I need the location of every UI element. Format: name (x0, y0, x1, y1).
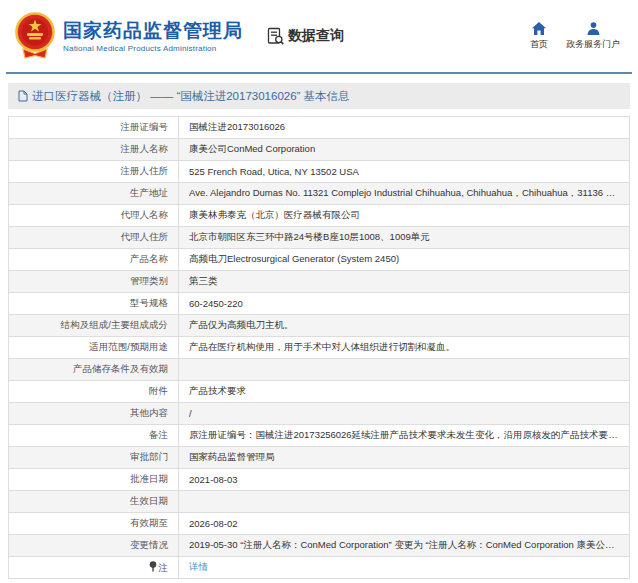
site-header: 国家药品监督管理局 National Medical Products Admi… (0, 0, 638, 72)
info-table: 注册证编号国械注进20173016026注册人名称康美公司ConMed Corp… (8, 116, 630, 579)
field-value: Ave. Alejandro Dumas No. 11321 Complejo … (179, 183, 630, 205)
field-label: 审批部门 (9, 447, 179, 469)
field-value: 第三类 (179, 271, 630, 293)
field-value: 产品在医疗机构使用，用于手术中对人体组织进行切割和凝血。 (179, 337, 630, 359)
field-value (179, 359, 630, 381)
field-value: 北京市朝阳区东三环中路24号楼B座10层1008、1009单元 (179, 227, 630, 249)
breadcrumb: 进口医疗器械（注册） —— “国械注进20173016026” 基本信息 (8, 83, 630, 109)
field-label: 备注 (9, 425, 179, 447)
nav-home[interactable]: 首页 (530, 21, 548, 51)
user-icon (587, 21, 600, 35)
field-label: 注册人名称 (9, 139, 179, 161)
table-row: 注册人名称康美公司ConMed Corporation (9, 139, 630, 161)
table-row: 产品储存条件及有效期 (9, 359, 630, 381)
table-row: 变更情况2019-05-30 “注册人名称：ConMed Corporation… (9, 535, 630, 557)
document-icon (18, 90, 28, 102)
field-label: 附件 (9, 381, 179, 403)
table-row: 生效日期 (9, 491, 630, 513)
table-row: 管理类别第三类 (9, 271, 630, 293)
org-name-en: National Medical Products Administration (63, 44, 243, 53)
national-emblem-icon (14, 11, 56, 61)
field-label: 产品名称 (9, 249, 179, 271)
field-value: 康美公司ConMed Corporation (179, 139, 630, 161)
field-value: 2021-08-03 (179, 469, 630, 491)
field-value: 原注册证编号：国械注进20173256026延续注册产品技术要求未发生变化，沿用… (179, 425, 630, 447)
field-value: 2019-05-30 “注册人名称：ConMed Corporation” 变更… (179, 535, 630, 557)
nav-portal[interactable]: 政务服务门户 (566, 21, 620, 51)
field-label: 生效日期 (9, 491, 179, 513)
field-label: 其他内容 (9, 403, 179, 425)
field-label: 注册人住所 (9, 161, 179, 183)
data-query-icon (267, 27, 284, 45)
field-label: 管理类别 (9, 271, 179, 293)
field-label: 产品储存条件及有效期 (9, 359, 179, 381)
data-query-label: 数据查询 (288, 27, 344, 45)
field-label: 适用范围/预期用途 (9, 337, 179, 359)
field-label: 有效期至 (9, 513, 179, 535)
field-value: 产品技术要求 (179, 381, 630, 403)
field-value: 高频电刀Electrosurgical Generator (System 24… (179, 249, 630, 271)
field-value: 60-2450-220 (179, 293, 630, 315)
org-names: 国家药品监督管理局 National Medical Products Admi… (63, 20, 243, 53)
table-row: 生产地址Ave. Alejandro Dumas No. 11321 Compl… (9, 183, 630, 205)
field-value: 详情 (179, 557, 630, 579)
table-row: 代理人名称康美林弗泰克（北京）医疗器械有限公司 (9, 205, 630, 227)
table-row: 附件产品技术要求 (9, 381, 630, 403)
table-row: 批准日期2021-08-03 (9, 469, 630, 491)
field-value (179, 491, 630, 513)
table-row: 审批部门国家药品监督管理局 (9, 447, 630, 469)
breadcrumb-text: 进口医疗器械（注册） —— “国械注进20173016026” 基本信息 (32, 89, 350, 104)
nmpa-logo[interactable]: 国家药品监督管理局 National Medical Products Admi… (14, 11, 243, 61)
nav-data-query[interactable]: 数据查询 (267, 27, 344, 45)
field-label: 注 (9, 557, 179, 579)
field-label: 结构及组成/主要组成成分 (9, 315, 179, 337)
field-value: 2026-08-02 (179, 513, 630, 535)
field-label: 批准日期 (9, 469, 179, 491)
field-value: / (179, 403, 630, 425)
home-icon (532, 21, 546, 35)
nav-home-label: 首页 (530, 38, 548, 51)
table-row: 有效期至2026-08-02 (9, 513, 630, 535)
field-value: 产品仅为高频电刀主机。 (179, 315, 630, 337)
table-row: 备注原注册证编号：国械注进20173256026延续注册产品技术要求未发生变化，… (9, 425, 630, 447)
field-value: 525 French Road, Utica, NY 13502 USA (179, 161, 630, 183)
table-row: 型号规格60-2450-220 (9, 293, 630, 315)
field-label: 变更情况 (9, 535, 179, 557)
org-name-cn: 国家药品监督管理局 (63, 20, 243, 42)
field-value: 国械注进20173016026 (179, 117, 630, 139)
header-divider (6, 72, 632, 74)
table-row: 产品名称高频电刀Electrosurgical Generator (Syste… (9, 249, 630, 271)
pin-icon (149, 561, 157, 574)
nav-portal-label: 政务服务门户 (566, 38, 620, 51)
table-row: 代理人住所北京市朝阳区东三环中路24号楼B座10层1008、1009单元 (9, 227, 630, 249)
field-label: 生产地址 (9, 183, 179, 205)
field-label: 代理人名称 (9, 205, 179, 227)
field-value: 国家药品监督管理局 (179, 447, 630, 469)
header-nav: 首页 政务服务门户 (530, 21, 628, 51)
table-row: 结构及组成/主要组成成分产品仅为高频电刀主机。 (9, 315, 630, 337)
field-label: 注册证编号 (9, 117, 179, 139)
table-row: 注详情 (9, 557, 630, 579)
table-row: 适用范围/预期用途产品在医疗机构使用，用于手术中对人体组织进行切割和凝血。 (9, 337, 630, 359)
table-row: 注册人住所525 French Road, Utica, NY 13502 US… (9, 161, 630, 183)
table-row: 注册证编号国械注进20173016026 (9, 117, 630, 139)
table-row: 其他内容/ (9, 403, 630, 425)
field-value: 康美林弗泰克（北京）医疗器械有限公司 (179, 205, 630, 227)
field-label: 型号规格 (9, 293, 179, 315)
field-label: 代理人住所 (9, 227, 179, 249)
detail-link[interactable]: 详情 (189, 561, 208, 572)
